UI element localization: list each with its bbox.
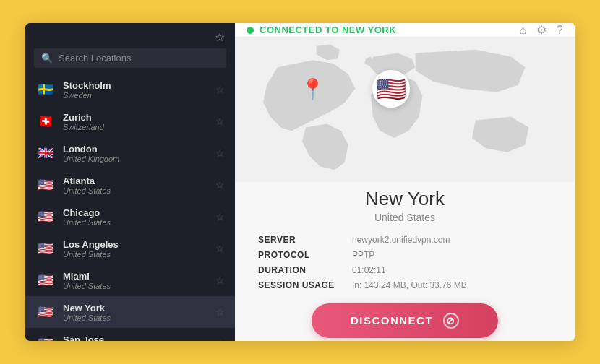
loc-country-name: Switzerland	[63, 123, 208, 131]
flag-icon: 🇺🇸	[35, 238, 56, 259]
location-item-stockholm[interactable]: 🇸🇪 Stockholm Sweden ☆	[25, 74, 235, 105]
world-map-svg	[235, 38, 575, 182]
session-value: In: 143.24 MB, Out: 33.76 MB	[352, 280, 552, 290]
location-item-atlanta[interactable]: 🇺🇸 Atlanta United States ☆	[25, 169, 235, 201]
flag-icon: 🇸🇪	[35, 79, 56, 100]
disconnect-label: DISCONNECT	[351, 314, 433, 326]
gear-icon[interactable]: ⚙	[536, 23, 547, 37]
loc-city-name: New York	[63, 303, 208, 313]
slash-circle-icon: ⊘	[443, 313, 459, 329]
favorites-icon[interactable]: ☆	[215, 30, 225, 44]
loc-city-name: San Jose	[63, 334, 208, 342]
duration-label: DURATION	[258, 265, 352, 275]
loc-country-name: United States	[63, 186, 208, 195]
search-icon: 🔍	[41, 53, 53, 64]
location-pin: 📍	[300, 77, 325, 101]
disconnect-button[interactable]: DISCONNECT ⊘	[312, 303, 498, 338]
flag-icon: 🇺🇸	[35, 270, 56, 290]
session-label: SESSION USAGE	[258, 280, 352, 290]
help-icon[interactable]: ?	[557, 24, 563, 37]
info-grid: SERVER newyork2.unifiedvpn.com PROTOCOL …	[235, 226, 575, 293]
favorite-star-icon[interactable]: ☆	[215, 179, 225, 191]
loc-city-name: Zurich	[63, 112, 208, 123]
loc-city-name: Los Angeles	[63, 239, 208, 250]
favorite-star-icon[interactable]: ☆	[215, 274, 225, 286]
loc-city-name: Miami	[63, 271, 208, 282]
favorite-star-icon[interactable]: ☆	[215, 211, 225, 222]
favorite-star-icon[interactable]: ☆	[215, 147, 225, 159]
location-item-london[interactable]: 🇬🇧 London United Kingdom ☆	[25, 137, 235, 169]
location-item-san-jose[interactable]: 🇺🇸 San Jose United States ☆	[25, 328, 235, 341]
loc-country-name: United States	[63, 218, 208, 227]
favorite-star-icon[interactable]: ☆	[215, 84, 225, 95]
connected-label: CONNECTED TO NEW YORK	[260, 25, 519, 35]
country-name: United States	[235, 212, 575, 223]
flag-icon: 🇺🇸	[35, 207, 56, 227]
favorite-star-icon[interactable]: ☆	[215, 338, 225, 341]
protocol-value: PPTP	[352, 250, 552, 260]
flag-icon: 🇺🇸	[35, 302, 56, 322]
server-label: SERVER	[258, 235, 352, 245]
server-value: newyork2.unifiedvpn.com	[352, 235, 552, 245]
loc-country-name: United Kingdom	[63, 155, 208, 163]
sidebar: ☆ 🔍 🇸🇪 Stockholm Sweden ☆ 🇨🇭 Zurich Swit…	[25, 23, 235, 341]
app-window: ☆ 🔍 🇸🇪 Stockholm Sweden ☆ 🇨🇭 Zurich Swit…	[25, 23, 575, 341]
loc-city-name: Atlanta	[63, 176, 208, 186]
protocol-label: PROTOCOL	[258, 250, 352, 260]
location-list: 🇸🇪 Stockholm Sweden ☆ 🇨🇭 Zurich Switzerl…	[25, 74, 235, 341]
flag-icon: 🇨🇭	[35, 111, 56, 131]
loc-city-name: London	[63, 144, 208, 155]
location-item-los-angeles[interactable]: 🇺🇸 Los Angeles United States ☆	[25, 233, 235, 264]
location-title-area: New York United States	[235, 182, 575, 226]
map-flag: 🇺🇸	[372, 70, 410, 108]
top-icons: ⌂ ⚙ ?	[519, 23, 563, 37]
flag-icon: 🇬🇧	[35, 143, 56, 163]
loc-city-name: Stockholm	[63, 80, 208, 91]
location-item-zurich[interactable]: 🇨🇭 Zurich Switzerland ☆	[25, 105, 235, 137]
connected-dot	[247, 27, 254, 34]
loc-country-name: United States	[63, 282, 208, 290]
location-item-miami[interactable]: 🇺🇸 Miami United States ☆	[25, 264, 235, 296]
loc-city-name: Chicago	[63, 207, 208, 218]
sidebar-header: ☆	[25, 23, 235, 48]
top-bar: CONNECTED TO NEW YORK ⌂ ⚙ ?	[235, 23, 575, 38]
city-name: New York	[235, 188, 575, 210]
search-input[interactable]	[59, 53, 219, 64]
favorite-star-icon[interactable]: ☆	[215, 116, 225, 127]
favorite-star-icon[interactable]: ☆	[215, 306, 225, 318]
duration-value: 01:02:11	[352, 265, 552, 275]
location-item-new-york[interactable]: 🇺🇸 New York United States ☆	[25, 296, 235, 328]
search-bar[interactable]: 🔍	[34, 48, 226, 68]
favorite-star-icon[interactable]: ☆	[215, 243, 225, 254]
map-area: 📍 🇺🇸	[235, 38, 575, 182]
loc-country-name: United States	[63, 313, 208, 322]
disconnect-area: DISCONNECT ⊘	[235, 293, 575, 341]
main-panel: CONNECTED TO NEW YORK ⌂ ⚙ ?	[235, 23, 575, 341]
flag-icon: 🇺🇸	[35, 175, 56, 195]
loc-country-name: Sweden	[63, 91, 208, 100]
location-item-chicago[interactable]: 🇺🇸 Chicago United States ☆	[25, 201, 235, 233]
flag-icon: 🇺🇸	[35, 334, 56, 341]
loc-country-name: United States	[63, 250, 208, 259]
home-icon[interactable]: ⌂	[519, 24, 526, 37]
